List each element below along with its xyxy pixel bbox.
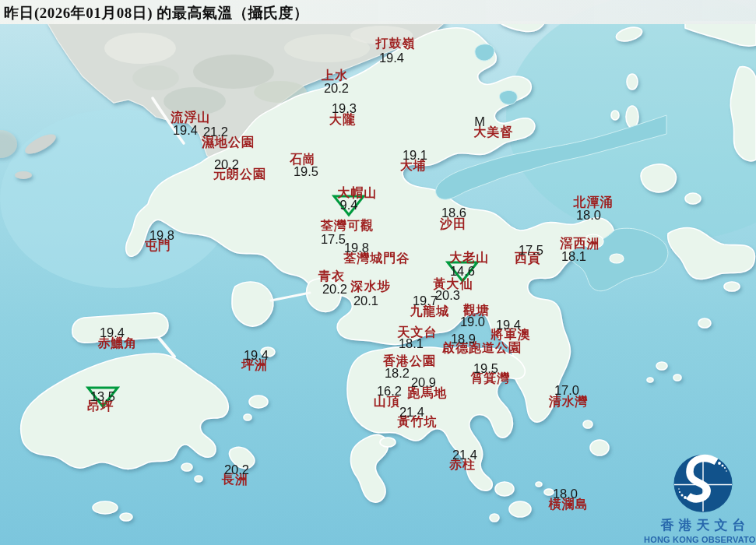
station-value: 21.4 xyxy=(452,448,477,462)
station-value: 18.0 xyxy=(576,208,601,223)
station-value: 17.5 xyxy=(519,243,543,258)
hko-logo-chinese: 香港天文台 xyxy=(649,516,756,534)
station-value: 19.0 xyxy=(460,315,485,329)
station-value: 14.6 xyxy=(450,264,475,279)
station-value: 18.1 xyxy=(561,249,586,264)
station-value: 18.2 xyxy=(385,366,410,381)
station-value: 20.2 xyxy=(324,81,349,96)
hko-logo-english: HONG KONG OBSERVATORY xyxy=(644,535,756,544)
station-value: 21.2 xyxy=(203,125,228,139)
station-value: 20.9 xyxy=(411,375,436,390)
station-value: 18.9 xyxy=(451,332,476,346)
station-value: 16.2 xyxy=(377,384,402,399)
station-value: 17.0 xyxy=(554,383,579,398)
stations-layer: 19.4打鼓嶺20.2上水19.3大隴19.4流浮山21.2濕地公園20.2元朗… xyxy=(0,0,756,545)
station-value: 18.0 xyxy=(553,487,578,501)
station-value: 18.1 xyxy=(399,336,424,351)
station-value: 20.1 xyxy=(353,294,378,308)
station-value: 21.4 xyxy=(399,405,424,420)
hko-logo: 香港天文台 HONG KONG OBSERVATORY xyxy=(644,453,756,544)
station-value: 19.4 xyxy=(244,348,269,363)
station-value: 20.2 xyxy=(322,282,347,297)
station-name: 深水埗 xyxy=(351,279,391,295)
station-value: 17.5 xyxy=(321,232,346,247)
station-value: 19.1 xyxy=(403,148,427,163)
station-value: 19.5 xyxy=(294,164,318,179)
station-value: 13.5 xyxy=(90,389,115,404)
station-value: 19.4 xyxy=(379,51,404,65)
station-value: 18.6 xyxy=(441,206,466,220)
station-value: 19.5 xyxy=(473,361,498,376)
hko-max-temperature-map: 昨日(2026年01月08日) 的最高氣溫（攝氏度） 19.4打鼓嶺20.2上水… xyxy=(0,0,756,545)
station-value: 20.3 xyxy=(435,288,460,303)
station-value: 9.4 xyxy=(340,198,358,213)
station-value: 19.4 xyxy=(173,123,198,138)
station-value: 19.4 xyxy=(496,318,521,332)
station-value: 19.3 xyxy=(332,101,357,116)
station-value: 19.4 xyxy=(100,325,125,340)
station-value: M xyxy=(474,114,485,129)
station-value: 19.8 xyxy=(149,228,174,243)
station-value: 19.8 xyxy=(344,241,369,255)
station-name: 打鼓嶺 xyxy=(376,36,416,52)
station-value: 20.2 xyxy=(214,157,239,172)
station-value: 19.7 xyxy=(413,294,438,308)
station-value: 20.2 xyxy=(224,462,249,477)
hko-logo-icon xyxy=(672,453,734,514)
